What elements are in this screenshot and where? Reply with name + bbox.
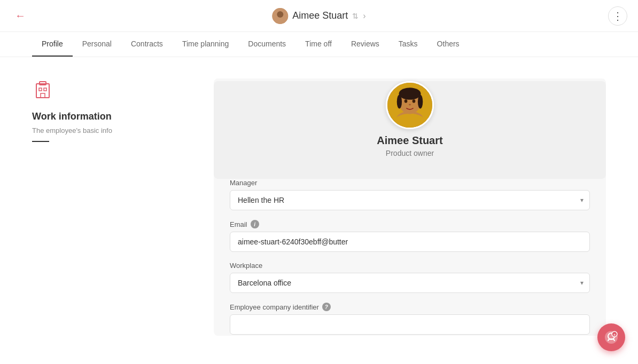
building-icon <box>32 78 192 105</box>
employee-avatar-small <box>272 8 288 24</box>
work-info-description: The employee's basic info <box>32 126 192 134</box>
employee-id-label: Employee company identifier ? <box>230 303 590 311</box>
employee-id-input[interactable] <box>230 314 590 335</box>
email-group: Email i <box>230 220 590 252</box>
svg-point-19 <box>409 104 411 106</box>
svg-rect-7 <box>41 93 45 98</box>
top-bar-right: ⋮ <box>608 6 627 26</box>
workplace-group: Workplace Barcelona office <box>230 262 590 293</box>
svg-point-18 <box>413 99 416 103</box>
svg-rect-3 <box>36 84 49 98</box>
svg-rect-5 <box>39 88 42 91</box>
right-panel: Aimee Stuart Product owner Manager Helle… <box>214 78 606 336</box>
tab-others[interactable]: Others <box>427 32 469 57</box>
form-section: Manager Hellen the HR Email i Workplace <box>214 179 606 336</box>
manager-select-wrapper: Hellen the HR <box>230 190 590 210</box>
workplace-label: Workplace <box>230 262 590 270</box>
top-bar-center: Aimee Stuart ⇅ › <box>272 8 365 24</box>
manager-label: Manager <box>230 179 590 187</box>
employee-name-header: Aimee Stuart <box>292 10 348 21</box>
workplace-select-wrapper: Barcelona office <box>230 273 590 293</box>
email-input[interactable] <box>230 232 590 252</box>
profile-card: Aimee Stuart Product owner <box>214 81 606 179</box>
work-info-divider <box>32 141 49 142</box>
employee-id-group: Employee company identifier ? <box>230 303 590 335</box>
tab-personal[interactable]: Personal <box>73 32 121 57</box>
employee-id-info-icon[interactable]: ? <box>322 303 331 311</box>
svg-rect-6 <box>44 88 46 91</box>
chat-fab-button[interactable]: + <box>597 323 625 351</box>
left-panel: Work information The employee's basic in… <box>32 78 192 336</box>
top-bar-left: ← <box>11 7 30 24</box>
tab-time-planning[interactable]: Time planning <box>173 32 238 57</box>
tab-contracts[interactable]: Contracts <box>121 32 173 57</box>
avatar-wrapper <box>230 81 590 129</box>
svg-point-1 <box>277 11 283 18</box>
svg-text:+: + <box>613 333 616 337</box>
main-content: Work information The employee's basic in… <box>0 57 638 357</box>
tab-reviews[interactable]: Reviews <box>341 32 389 57</box>
avatar <box>386 81 434 129</box>
back-button[interactable]: ← <box>11 7 30 24</box>
profile-role: Product owner <box>230 149 590 157</box>
work-info-title: Work information <box>32 111 192 122</box>
profile-name: Aimee Stuart <box>230 134 590 147</box>
manager-select[interactable]: Hellen the HR <box>230 190 590 210</box>
workplace-select[interactable]: Barcelona office <box>230 273 590 293</box>
email-label: Email i <box>230 220 590 228</box>
svg-point-17 <box>404 99 408 103</box>
email-info-icon[interactable]: i <box>251 220 259 228</box>
tab-documents[interactable]: Documents <box>238 32 295 57</box>
more-options-button[interactable]: ⋮ <box>608 6 627 26</box>
svg-point-15 <box>397 94 402 108</box>
tab-profile[interactable]: Profile <box>32 32 73 57</box>
top-bar: ← Aimee Stuart ⇅ › ⋮ <box>0 0 638 32</box>
tab-tasks[interactable]: Tasks <box>389 32 427 57</box>
svg-point-14 <box>399 88 421 99</box>
sort-icon: ⇅ <box>352 12 359 20</box>
next-employee-button[interactable]: › <box>363 11 365 21</box>
tab-time-off[interactable]: Time off <box>295 32 341 57</box>
manager-group: Manager Hellen the HR <box>230 179 590 210</box>
nav-tabs: Profile Personal Contracts Time planning… <box>0 32 638 57</box>
svg-point-16 <box>418 94 423 108</box>
